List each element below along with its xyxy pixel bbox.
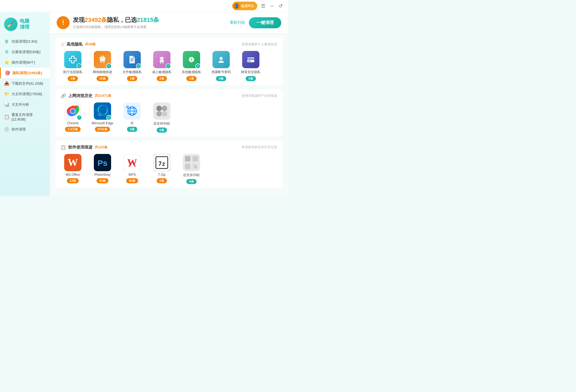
high-risk-items: ✓ 医疗信息隐私 2条 ✓ 网络购物痕迹 xyxy=(61,51,277,81)
svg-rect-44 xyxy=(185,156,190,161)
list-item[interactable]: e IE 0条 xyxy=(120,102,144,133)
member-avatar-icon: 👤 xyxy=(233,3,240,9)
list-item[interactable]: ✓ 文件敏感隐私 1条 xyxy=(120,51,144,81)
ie-count: 0条 xyxy=(127,127,137,132)
sidebar-item-registry[interactable]: ⚙ 注册表清理[530条] xyxy=(0,47,50,57)
browser-title-left: 🔗 上网浏览历史 共21471条 xyxy=(61,93,111,98)
svg-point-32 xyxy=(156,111,162,116)
sidebar-item-duplicate-label: 重复文件清理[12.8GB] xyxy=(12,112,46,121)
member-button[interactable]: 👤 会员中心 xyxy=(232,2,257,10)
chrome-icon-wrapper: ✓ xyxy=(64,102,81,120)
svg-text:i: i xyxy=(191,57,192,62)
adult-name: 成人敏感隐私 xyxy=(152,70,172,74)
office-count: 13条 xyxy=(67,178,78,183)
high-risk-icon: ⚠ xyxy=(61,42,64,47)
browser-desc: 使用浏览器时产生的痕迹 xyxy=(242,94,277,98)
header-subtitle: 已选择21815条隐私，清理后您的小秘密将不会泄露 xyxy=(73,25,159,29)
7zip-name: 7-Zip xyxy=(158,173,165,177)
sidebar-item-trash[interactable]: 🗑 垃圾清理[22.6G] xyxy=(0,36,50,47)
edge-count: 8742条 xyxy=(95,127,110,132)
svg-text:W: W xyxy=(68,157,78,168)
svg-text:W: W xyxy=(127,157,137,168)
software-trace-desc: 常用软件的文件打开记录 xyxy=(242,145,277,150)
other-count: 1条 xyxy=(186,76,196,81)
header-right: 重新扫描 一键清理 xyxy=(230,17,281,28)
edge-check-badge: ✓ xyxy=(106,115,112,120)
7zip-icon: 7z xyxy=(153,154,170,171)
app-logo: 🧹 电脑 清理 xyxy=(0,15,50,36)
medical-name: 医疗信息隐私 xyxy=(63,70,83,74)
high-risk-desc: 容易泄露的个人敏感信息 xyxy=(242,42,277,47)
rescan-button[interactable]: 重新扫描 xyxy=(230,20,245,25)
sidebar-item-software-label: 软件清理 xyxy=(12,127,26,132)
high-risk-title-left: ⚠ 高危隐私 共38条 xyxy=(61,42,96,47)
svg-point-30 xyxy=(156,106,162,111)
list-item[interactable]: 泄露帐号密码 0条 xyxy=(209,51,233,81)
file-icon-wrapper: ✓ xyxy=(124,51,141,68)
list-item[interactable]: 7z 7-Zip 2条 xyxy=(150,154,174,184)
svg-rect-6 xyxy=(131,59,134,59)
menu-icon: ☰ xyxy=(261,3,265,9)
7zip-count: 2条 xyxy=(157,178,167,183)
file-count: 1条 xyxy=(127,76,137,81)
software-trace-title-left: 📋 软件使用痕迹 共123条 xyxy=(61,145,108,150)
ie-icon-wrapper: e xyxy=(124,102,141,120)
sidebar-item-download[interactable]: 📥 下载的文件[41.2GB] xyxy=(0,78,50,89)
list-item[interactable]: i ✓ 其他敏感隐私 1条 xyxy=(179,51,204,81)
sidebar-item-bigfile[interactable]: 📁 大文件清理[170GB] xyxy=(0,89,50,99)
high-risk-count: 共38条 xyxy=(85,42,96,47)
content-header: ! 发现23492条隐私，已选21815条 已选择21815条隐私，清理后您的小… xyxy=(50,12,288,34)
sidebar-item-plugin[interactable]: ⭐ 插件清理[98个] xyxy=(0,57,50,68)
edge-name: Microsoft Edge xyxy=(92,121,113,125)
list-item[interactable]: Ps PhotoShop 23条 xyxy=(90,154,115,184)
list-item[interactable]: ✓ 网络购物痕迹 32条 xyxy=(90,51,115,81)
menu-button[interactable]: ☰ xyxy=(260,2,266,10)
list-item[interactable]: ✓ Chrome 1.3万条 xyxy=(61,102,85,133)
more-browser-name: 还支持44款 xyxy=(153,121,170,126)
list-item[interactable]: S 还支持29款 0条 xyxy=(179,154,204,184)
privacy-icon: 🎯 xyxy=(5,70,10,75)
sidebar-item-registry-label: 注册表清理[530条] xyxy=(12,50,40,54)
list-item[interactable]: 还支持44款 0条 xyxy=(150,102,174,133)
back-icon: ↺ xyxy=(279,3,283,9)
wps-icon-wrapper: W xyxy=(124,154,141,171)
leak-account-icon xyxy=(212,51,230,68)
office-icon: W xyxy=(64,154,81,171)
office-icon-wrapper: W xyxy=(64,154,81,171)
list-item[interactable]: ✓ 成人敏感隐私 2条 xyxy=(150,51,174,81)
high-risk-section: ⚠ 高危隐私 共38条 容易泄露的个人敏感信息 ✓ xyxy=(55,38,283,85)
sidebar-item-software[interactable]: 💿 软件清理 xyxy=(0,124,50,135)
finance-icon xyxy=(242,51,259,68)
back-button[interactable]: ↺ xyxy=(277,2,284,10)
finance-count: 0条 xyxy=(246,76,256,81)
content-area: ! 发现23492条隐私，已选21815条 已选择21815条隐私，清理后您的小… xyxy=(50,12,288,196)
biganalysis-icon: 📊 xyxy=(4,102,9,107)
sidebar-item-duplicate[interactable]: 📋 重复文件清理[12.8GB] xyxy=(0,110,50,124)
svg-rect-8 xyxy=(131,61,133,61)
main-layout: 🧹 电脑 清理 🗑 垃圾清理[22.6G] ⚙ 注册表清理[530条] ⭐ 插件… xyxy=(0,12,288,196)
ps-icon-wrapper: Ps xyxy=(94,154,111,171)
high-risk-title: 高危隐私 xyxy=(67,42,83,47)
list-item[interactable]: ✓ 医疗信息隐私 2条 xyxy=(61,51,85,81)
list-item[interactable]: W WPS 85条 xyxy=(120,154,144,184)
list-item[interactable]: ✓ Microsoft Edge 8742条 xyxy=(90,102,115,133)
adult-icon-wrapper: ✓ xyxy=(153,51,170,68)
list-item[interactable]: 财富安全隐私 0条 xyxy=(239,51,263,81)
ps-name: PhotoShop xyxy=(94,173,110,177)
sidebar-item-privacy[interactable]: 🎯 隐私清理[23492条] xyxy=(0,68,50,78)
more-browser-icon-wrapper xyxy=(153,102,170,120)
more-browsers-icon xyxy=(153,102,170,120)
app-name: 电脑 清理 xyxy=(20,18,29,30)
sidebar-item-biganalysis[interactable]: 📊 大文件分析 xyxy=(0,99,50,110)
leak-count: 0条 xyxy=(216,76,226,81)
member-label: 会员中心 xyxy=(241,4,254,8)
list-item[interactable]: W MS Office 13条 xyxy=(61,154,85,184)
browser-items: ✓ Chrome 1.3万条 ✓ xyxy=(61,102,277,133)
browser-section: 🔗 上网浏览历史 共21471条 使用浏览器时产生的痕迹 xyxy=(55,89,283,137)
clean-button[interactable]: 一键清理 xyxy=(249,17,281,28)
software-trace-items: W MS Office 13条 Ps xyxy=(61,154,277,184)
minimize-button[interactable]: ─ xyxy=(269,2,275,10)
svg-point-20 xyxy=(71,109,75,113)
more-software-name: 还支持29款 xyxy=(183,173,200,177)
header-left: ! 发现23492条隐私，已选21815条 已选择21815条隐私，清理后您的小… xyxy=(57,16,159,29)
